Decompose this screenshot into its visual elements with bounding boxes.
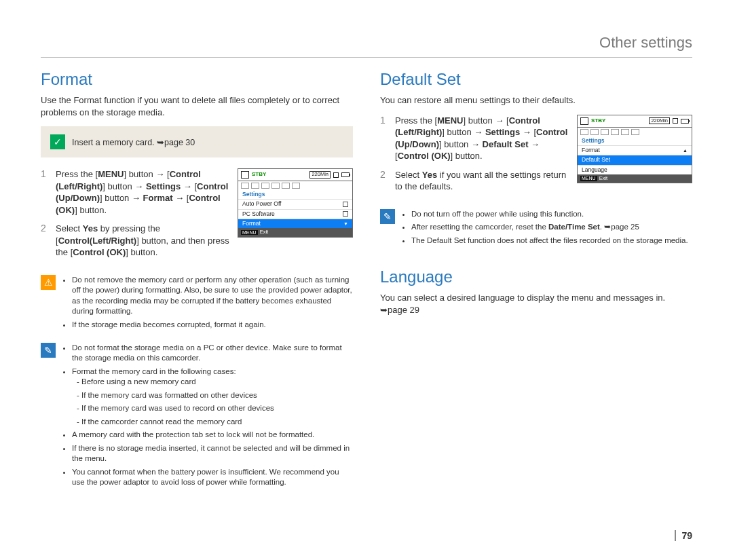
stby-label: STBY bbox=[252, 172, 266, 178]
defaultset-heading: Default Set bbox=[380, 70, 692, 89]
lcd-item: Auto Power Off bbox=[238, 199, 352, 208]
step-text: Press the [MENU] button → [Control (Left… bbox=[395, 115, 569, 162]
chevron-up-icon: ▲ bbox=[683, 148, 688, 153]
option-icon bbox=[343, 211, 348, 217]
check-icon: ✓ bbox=[50, 134, 65, 149]
lcd-item-selected: Format▼ bbox=[238, 219, 352, 228]
lcd-format: STBY 220Min Settings Auto Power Off bbox=[238, 168, 353, 238]
format-step-1: 1 Press the [MENU] button → [Control (Le… bbox=[41, 168, 229, 216]
note-item: Format the memory card in the following … bbox=[72, 367, 353, 428]
format-heading: Format bbox=[41, 70, 353, 89]
note-subitem: If the camcorder cannot read the memory … bbox=[81, 417, 353, 428]
tip-note: ✎ Do not turn off the power while using … bbox=[380, 209, 692, 249]
time-remaining: 220Min bbox=[309, 171, 331, 178]
tip-note: ✎ Do not format the storage media on a P… bbox=[41, 343, 353, 491]
note-item: If the storage media becomes corrupted, … bbox=[72, 320, 353, 331]
step-text: Select Yes by pressing the [Control(Left… bbox=[56, 223, 229, 259]
note-item: You cannot format when the battery power… bbox=[72, 467, 353, 488]
time-remaining: 220Min bbox=[649, 117, 670, 124]
mode-icons bbox=[578, 127, 692, 136]
language-lead: You can select a desired language to dis… bbox=[380, 292, 692, 316]
note-item: A memory card with the protection tab se… bbox=[72, 430, 353, 441]
note-subitem: If the memory card was formatted on othe… bbox=[81, 390, 353, 401]
note-item: After resetting the camcorder, reset the… bbox=[411, 222, 688, 233]
note-item: Do not turn off the power while using th… bbox=[411, 209, 688, 220]
defaultset-step-2: 2 Select Yes if you want all the setting… bbox=[380, 169, 569, 193]
note-item: Do not format the storage media on a PC … bbox=[72, 343, 353, 364]
lcd-exit: MENU Exit bbox=[238, 228, 352, 236]
format-step-2: 2 Select Yes by pressing the [Control(Le… bbox=[41, 223, 229, 259]
stby-label: STBY bbox=[591, 118, 605, 124]
info-text: Insert a memory card. ➥page 30 bbox=[72, 137, 195, 147]
note-item: If there is no storage media inserted, i… bbox=[72, 443, 353, 464]
mode-icons bbox=[238, 181, 352, 190]
pen-icon: ✎ bbox=[41, 343, 56, 358]
battery-icon bbox=[341, 172, 350, 177]
note-item: Do not remove the memory card or perform… bbox=[72, 275, 353, 317]
lcd-defaultset: STBY 220Min Settings Format▲ Default bbox=[577, 115, 692, 184]
warning-note: ⚠ Do not remove the memory card or perfo… bbox=[41, 275, 353, 333]
note-subitem: Before using a new memory card bbox=[81, 377, 353, 388]
info-box: ✓ Insert a memory card. ➥page 30 bbox=[41, 126, 353, 157]
language-heading: Language bbox=[380, 267, 692, 286]
step-number: 2 bbox=[380, 169, 390, 193]
page-header: Other settings bbox=[41, 34, 692, 58]
step-number: 1 bbox=[41, 168, 50, 216]
chevron-down-icon: ▼ bbox=[343, 221, 348, 227]
step-number: 2 bbox=[41, 223, 50, 259]
lcd-item: Language bbox=[578, 165, 692, 174]
lcd-item: Format▲ bbox=[578, 145, 692, 155]
step-text: Press the [MENU] button → [Control (Left… bbox=[56, 168, 229, 216]
format-lead: Use the Format function if you want to d… bbox=[41, 94, 353, 118]
lcd-exit: MENU Exit bbox=[578, 174, 692, 183]
card-icon bbox=[673, 118, 678, 124]
battery-icon bbox=[681, 119, 689, 124]
home-icon bbox=[580, 117, 588, 125]
lcd-item: PC Software bbox=[238, 209, 352, 219]
page-number: 79 bbox=[675, 530, 692, 541]
defaultset-step-1: 1 Press the [MENU] button → [Control (Le… bbox=[380, 115, 569, 162]
note-item: The Default Set function does not affect… bbox=[411, 236, 688, 246]
lcd-item-selected: Default Set bbox=[578, 155, 692, 164]
home-icon bbox=[241, 171, 249, 179]
pen-icon: ✎ bbox=[380, 209, 395, 224]
card-icon bbox=[333, 172, 339, 178]
step-text: Select Yes if you want all the settings … bbox=[395, 169, 569, 193]
lcd-category: Settings bbox=[238, 190, 352, 199]
lcd-category: Settings bbox=[578, 136, 692, 145]
option-icon bbox=[343, 202, 348, 207]
defaultset-lead: You can restore all menu settings to the… bbox=[380, 94, 692, 107]
note-subitem: If the memory card was used to record on… bbox=[81, 403, 353, 414]
warning-icon: ⚠ bbox=[41, 275, 56, 290]
step-number: 1 bbox=[380, 115, 390, 162]
